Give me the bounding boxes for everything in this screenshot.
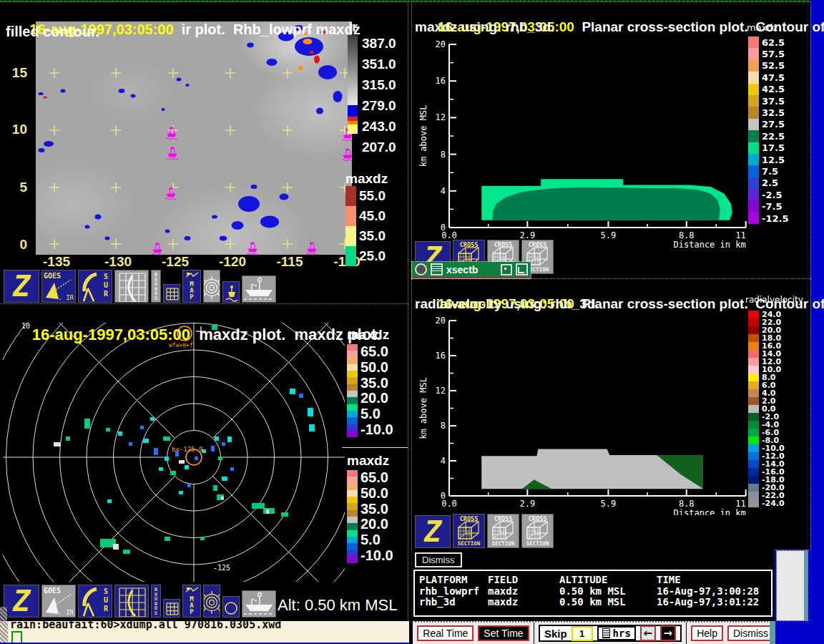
cross-section-2-button[interactable]: CROSS SECTION (487, 514, 519, 548)
step-forward-button[interactable]: → (660, 625, 676, 641)
xsectb-widget-bar[interactable]: xsectb (412, 262, 531, 278)
colorbar-segment (347, 510, 358, 517)
colorbar-segment (748, 142, 759, 154)
radio-icon[interactable] (415, 263, 427, 275)
dismiss-button[interactable]: Dismiss (727, 625, 774, 641)
colorbar-segment (347, 377, 358, 384)
ir-colorbar-label: ir (348, 19, 358, 35)
radar-grid-button[interactable] (114, 585, 149, 618)
grid-small-button[interactable] (163, 284, 180, 303)
colorbar-swatches (347, 470, 358, 563)
surveillance-button[interactable]: SUR (78, 270, 112, 303)
ir-colorbar-values: 387.0351.0315.0279.0243.0207.0 (362, 33, 396, 157)
colorbar-value: 52.5 (762, 60, 788, 72)
ir-y-tick: 15 (7, 65, 27, 81)
hrs-button[interactable]: hrs (597, 626, 636, 640)
goes-ir-button[interactable]: GOES . IR (41, 585, 76, 618)
radar-grid-button[interactable] (114, 270, 149, 303)
xsection-dismiss-button[interactable]: Dismiss (415, 552, 462, 567)
terminal-scrollbar[interactable] (0, 621, 8, 643)
terminal-window[interactable]: rain:beaufait:60>xdump.all 970816.0305.x… (0, 621, 409, 644)
colorbar-value: 7.5 (762, 165, 788, 177)
station-circle-button[interactable] (222, 596, 240, 618)
skip-value-input[interactable] (572, 626, 593, 641)
colorbar-segment (748, 452, 759, 460)
colorbar-segment (347, 470, 358, 477)
colorbar-segment (748, 405, 759, 413)
grid-small-button[interactable] (163, 599, 180, 618)
ir-x-tick: -115 (269, 254, 310, 270)
colorbar-value: 387.0 (362, 33, 396, 54)
bounds-button[interactable]: BOUNDS (151, 585, 161, 618)
window-xsection-maxdz: 0481216200.02.95.98.811km above MSLDista… (412, 2, 810, 279)
svg-text:8: 8 (441, 421, 446, 431)
satellite-image[interactable] (36, 21, 352, 255)
optic-rings-button[interactable] (203, 270, 220, 303)
colorbar-segment (748, 318, 759, 326)
colorbar-segment (748, 334, 759, 342)
colorbar-segment (347, 517, 358, 523)
colorbar-segment (347, 484, 358, 490)
buoy-button[interactable] (222, 281, 240, 303)
document-icon[interactable] (431, 263, 443, 275)
zebra-button[interactable]: Z (4, 585, 39, 618)
colorbar-value: 12.5 (762, 154, 788, 165)
help-button[interactable]: Help (691, 625, 723, 641)
surveillance-button[interactable]: SUR (78, 585, 112, 618)
colorbar-value: 25.0 (359, 246, 386, 266)
ir-toolbar: ZGOES . IR SURBOUNDS MAP (4, 268, 276, 303)
map-button[interactable]: MAP (182, 585, 201, 618)
colorbar-segment (748, 154, 759, 165)
map-button[interactable]: MAP (182, 270, 201, 303)
xt-colorbar-label: maxdz (747, 22, 778, 33)
colorbar-value: 5.0 (360, 532, 393, 548)
colorbar-segment (748, 213, 759, 224)
colorbar-segment (748, 492, 759, 499)
svg-text:S: S (154, 296, 157, 301)
window-ir-plot: 151050 -135-130-125-120-115-110 16-aug-1… (0, 2, 408, 304)
ship-button[interactable] (242, 590, 276, 618)
colorbar-segment (347, 477, 358, 483)
ir-maxdz-label: maxdz (345, 171, 388, 187)
colorbar-segment (347, 543, 358, 550)
colorbar-value: 22.5 (762, 130, 788, 142)
bounds-button[interactable]: BOUNDS (151, 270, 161, 303)
colorbar-segment (748, 484, 759, 492)
ir-x-tick: -130 (97, 254, 139, 270)
ir-title-line2: filled contour. (6, 24, 99, 40)
colorbar-segment (748, 366, 759, 374)
colorbar-value: 45.0 (359, 206, 386, 226)
set-time-button[interactable]: Set Time (478, 625, 529, 641)
real-time-button[interactable]: Real Time (417, 625, 474, 641)
colorbar-value: 17.5 (762, 142, 788, 154)
colorbar-segment (748, 165, 759, 177)
colorbar-segment (347, 364, 358, 371)
azimuth-label: -125 (213, 564, 230, 572)
cross-section-1-button[interactable]: CROSS SECTION (453, 514, 485, 548)
dot-button-icon[interactable] (501, 264, 512, 275)
colorbar-segment (347, 384, 358, 391)
svg-text:4: 4 (441, 186, 446, 196)
colorbar-value: 50.0 (360, 486, 393, 502)
optic-rings-button[interactable] (203, 585, 220, 618)
teal-divider (770, 621, 775, 644)
table-cell: maxdz (488, 596, 518, 608)
zebra-button[interactable]: Z (415, 515, 451, 548)
zebra-display-screen: 151050 -135-130-125-120-115-110 16-aug-1… (0, 0, 824, 644)
ir-x-tick: -120 (212, 254, 253, 270)
step-back-button[interactable]: ← (640, 625, 656, 641)
iconify-icon[interactable] (516, 263, 528, 275)
colorbar-swatches (748, 311, 759, 507)
ship-symbol (342, 149, 352, 161)
cross-section-3-button[interactable]: CROSS SECTION (521, 514, 554, 548)
svg-text:11: 11 (735, 230, 745, 240)
ir-maxdz-colorbar: 55.045.035.025.0 (345, 186, 386, 266)
terminal-left-stipple (0, 607, 7, 621)
zebra-button[interactable]: Z (4, 270, 39, 303)
ir-y-tick: 5 (7, 180, 27, 195)
colorbar-segment (748, 468, 759, 476)
ship-button[interactable] (242, 275, 276, 303)
goes-ir-button[interactable]: GOES . IR (41, 270, 76, 303)
colorbar-segment (347, 490, 358, 497)
scrollbar-panel[interactable] (777, 551, 808, 620)
